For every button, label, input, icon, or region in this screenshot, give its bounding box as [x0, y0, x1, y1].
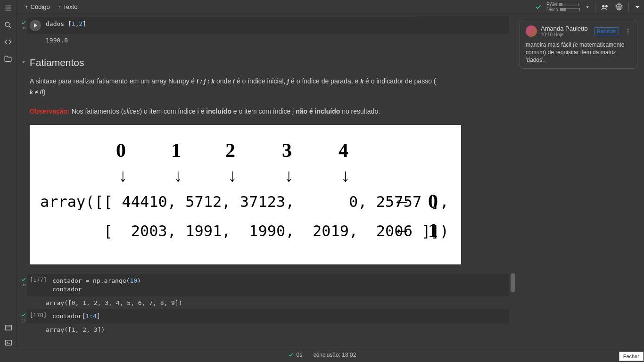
code-input[interactable]: [178] contador[1:4]: [27, 309, 509, 323]
run-button[interactable]: [30, 20, 41, 31]
svg-marker-20: [22, 62, 25, 64]
code-snippets-icon[interactable]: [4, 38, 12, 46]
check-icon: [21, 20, 26, 25]
comment-panel: Amanda Pauletto 10:10 Hoje Resolver mane…: [520, 20, 637, 69]
runtime-dropdown-icon[interactable]: [585, 4, 590, 10]
exec-count: [178]: [30, 312, 49, 319]
svg-marker-6: [586, 7, 589, 8]
array-diagram: 0 1 2 3 4 ↓ ↓ ↓ ↓ ↓ array([[ 44410, 5712…: [30, 125, 461, 264]
section-heading: Fatiamentos: [30, 57, 506, 68]
down-arrow-icon: ↓: [284, 165, 293, 186]
exec-time: 0s: [22, 283, 25, 287]
svg-rect-4: [5, 340, 12, 346]
code-cell: 1s [178] contador[1:4] array([1, 2, 3]): [17, 309, 644, 336]
resolve-button[interactable]: Resolver: [594, 27, 619, 35]
exec-count: [177]: [30, 277, 49, 283]
svg-point-9: [618, 6, 620, 8]
share-icon[interactable]: [600, 2, 610, 12]
check-icon: [288, 352, 294, 358]
svg-point-8: [605, 5, 608, 8]
left-arrow-icon: ←: [393, 191, 411, 212]
avatar: [526, 25, 537, 37]
status-bar: 0s conclusão: 18:02: [0, 347, 644, 362]
comment-more-icon[interactable]: [625, 28, 631, 34]
terminal-icon[interactable]: [4, 338, 13, 347]
expand-icon[interactable]: [634, 3, 641, 11]
code-input[interactable]: [177] contador = np.arange(10)contador: [27, 274, 509, 296]
code-input[interactable]: dados [1,2]: [27, 17, 509, 34]
top-right-controls: RAM Disco: [535, 2, 641, 12]
cell-output: 1990.0: [27, 34, 509, 47]
left-sidebar: [0, 0, 17, 347]
variables-icon[interactable]: [4, 323, 13, 332]
svg-point-7: [602, 5, 604, 8]
comment-body: maneira mais fácil (e matematicamente co…: [526, 41, 631, 64]
comment-time: 10:10 Hoje: [541, 32, 588, 37]
svg-marker-19: [34, 23, 37, 27]
exec-time: 0s: [22, 26, 25, 30]
check-icon: [535, 4, 542, 10]
comment-author: Amanda Pauletto: [541, 25, 588, 32]
settings-icon[interactable]: [614, 2, 624, 12]
svg-marker-10: [636, 6, 639, 8]
left-arrow-icon: ←: [393, 220, 411, 241]
collapse-section-icon[interactable]: [20, 57, 27, 274]
check-icon: [21, 277, 26, 282]
cell-output: array([1, 2, 3]): [27, 323, 509, 336]
observation-paragraph: Observação: Nos fatiamentos (slices) o i…: [30, 106, 506, 116]
code-cell: 0s [177] contador = np.arange(10)contado…: [17, 274, 644, 309]
svg-rect-2: [5, 325, 12, 330]
svg-point-21: [627, 29, 628, 30]
down-arrow-icon: ↓: [118, 165, 127, 186]
close-button[interactable]: Fechar: [619, 352, 644, 361]
svg-point-22: [627, 31, 628, 32]
section-paragraph: A sintaxe para realizar fatiamento em um…: [30, 76, 506, 98]
toc-icon[interactable]: [4, 4, 12, 12]
resource-meter[interactable]: RAM Disco: [546, 2, 580, 12]
svg-point-23: [627, 33, 628, 33]
check-icon: [21, 312, 26, 318]
search-icon[interactable]: [4, 21, 12, 29]
cell-output: array([0, 1, 2, 3, 4, 5, 6, 7, 8, 9]): [27, 296, 509, 309]
down-arrow-icon: ↓: [341, 165, 350, 186]
exec-time: 1s: [22, 318, 25, 322]
sidebar-bottom: [0, 323, 17, 347]
down-arrow-icon: ↓: [228, 165, 237, 186]
svg-line-1: [9, 26, 11, 28]
scrollbar-thumb[interactable]: [511, 273, 515, 292]
text-cell: Fatiamentos A sintaxe para realizar fati…: [17, 57, 644, 274]
add-code-button[interactable]: +Código: [21, 2, 54, 12]
files-icon[interactable]: [4, 55, 12, 63]
svg-point-0: [5, 22, 9, 26]
down-arrow-icon: ↓: [173, 165, 182, 186]
add-text-button[interactable]: +Texto: [54, 2, 82, 12]
